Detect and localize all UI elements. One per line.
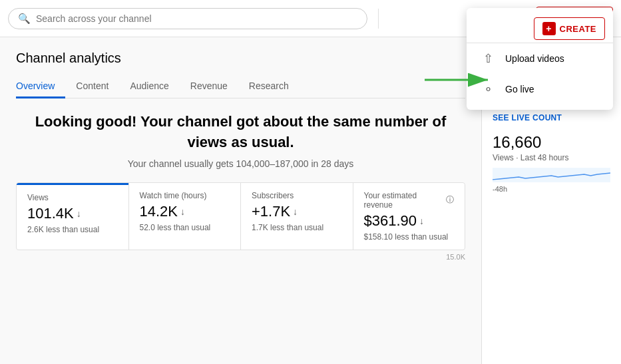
upload-videos-label: Upload videos (505, 53, 564, 64)
tab-audience[interactable]: Audience (119, 75, 179, 98)
stat-value-revenue: $361.90 ↓ (364, 212, 455, 230)
revenue-down-icon: ↓ (419, 216, 424, 226)
search-input[interactable] (36, 13, 357, 24)
tabs-bar: Overview Content Audience Revenue Resear… (16, 75, 465, 98)
stat-label-revenue: Your estimated revenue ⓘ (364, 191, 455, 210)
stat-label-watchtime: Watch time (hours) (140, 191, 230, 200)
stat-card-subscribers: Subscribers +1.7K ↓ 1.7K less than usual (241, 183, 353, 250)
tab-content[interactable]: Content (65, 75, 119, 98)
tab-revenue[interactable]: Revenue (180, 75, 238, 98)
dropdown-create-plus-icon: + (542, 22, 556, 35)
tab-research[interactable]: Research (238, 75, 300, 98)
go-live-label: Go live (505, 84, 534, 94)
views-realtime-number: 16,660 (493, 133, 610, 152)
revenue-info-icon: ⓘ (446, 194, 454, 206)
tab-overview[interactable]: Overview (16, 75, 65, 98)
stat-card-revenue: Your estimated revenue ⓘ $361.90 ↓ $158.… (353, 183, 465, 250)
search-bar[interactable]: 🔍 (8, 8, 367, 29)
page-title: Channel analytics (16, 51, 465, 66)
stat-change-revenue: $158.10 less than usual (364, 232, 455, 242)
header-divider (378, 9, 379, 29)
views-down-icon: ↓ (77, 208, 81, 219)
svg-rect-0 (493, 168, 610, 182)
headline-line1: Looking good! Your channel got about the… (35, 113, 447, 130)
stat-change-subscribers: 1.7K less than usual (252, 223, 342, 232)
green-arrow (425, 63, 498, 96)
stat-value-subscribers: +1.7K ↓ (252, 203, 342, 220)
stat-change-watchtime: 52.0 less than usual (140, 223, 230, 232)
subheadline: Your channel usually gets 104,000–187,00… (16, 158, 465, 169)
see-live-count-button[interactable]: SEE LIVE COUNT (493, 113, 610, 122)
stat-value-watchtime: 14.2K ↓ (140, 203, 230, 220)
stat-card-watchtime: Watch time (hours) 14.2K ↓ 52.0 less tha… (129, 183, 241, 250)
dropdown-create-label: CREATE (560, 24, 596, 34)
stat-label-subscribers: Subscribers (252, 191, 342, 200)
stat-change-views: 2.6K less than usual (27, 225, 118, 234)
mini-sparkline-chart (493, 168, 610, 182)
subscribers-down-icon: ↓ (293, 206, 298, 217)
dropdown-create-button[interactable]: + CREATE (534, 17, 605, 40)
stat-card-views: Views 101.4K ↓ 2.6K less than usual (17, 183, 128, 250)
time-axis-label: -48h (493, 185, 610, 193)
search-icon: 🔍 (18, 13, 31, 25)
views-realtime-label: Views · Last 48 hours (493, 153, 610, 162)
chart-watermark: 15.0K (16, 253, 465, 261)
stat-value-views: 101.4K ↓ (27, 205, 118, 222)
watchtime-down-icon: ↓ (180, 206, 185, 217)
stats-row: Views 101.4K ↓ 2.6K less than usual Watc… (16, 182, 465, 250)
content-area: Channel analytics Overview Content Audie… (0, 37, 481, 364)
headline: Looking good! Your channel got about the… (16, 112, 465, 153)
dropdown-header: + CREATE (467, 13, 613, 43)
stat-label-views: Views (27, 193, 118, 202)
headline-line2: views as usual. (187, 134, 294, 150)
